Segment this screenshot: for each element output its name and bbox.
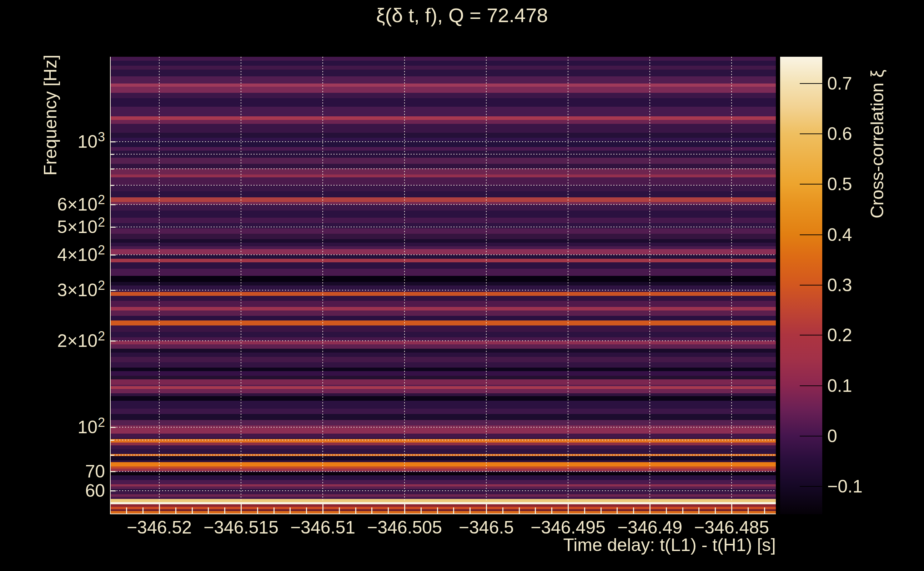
y-gridline — [111, 341, 776, 341]
x-tick-minor — [633, 508, 634, 514]
y-tick — [111, 471, 116, 472]
x-tick-major — [322, 504, 323, 514]
heatmap-stripe — [111, 307, 776, 310]
heatmap-stripe — [111, 223, 776, 228]
y-tick-label: 60 — [0, 481, 105, 501]
x-tick-minor — [306, 508, 307, 514]
colorbar-tick — [800, 486, 822, 487]
y-tick — [111, 341, 116, 341]
heatmap-stripe — [111, 321, 776, 326]
heatmap-stripe — [111, 409, 776, 414]
y-gridline — [111, 168, 776, 169]
y-gridline — [111, 490, 776, 491]
heatmap-stripe — [111, 434, 776, 438]
y-tick-label: 103 — [0, 132, 105, 152]
colorbar-tick — [800, 436, 822, 437]
heatmap-stripe — [111, 341, 776, 344]
x-gridline — [241, 57, 241, 514]
x-tick-minor — [208, 508, 209, 514]
y-tick — [111, 227, 116, 228]
y-gridline — [111, 455, 776, 455]
heatmap-stripe — [111, 349, 776, 353]
x-tick-minor — [175, 508, 176, 514]
heatmap-stripe — [111, 353, 776, 357]
heatmap-stripe — [111, 168, 776, 174]
heatmap-stripe — [111, 310, 776, 316]
heatmap-stripe — [111, 249, 776, 255]
y-gridline — [111, 471, 776, 472]
heatmap-stripe — [111, 472, 776, 475]
colorbar-tick-label: 0 — [827, 426, 924, 446]
heatmap-stripe — [111, 449, 776, 454]
y-tick-label: 6×102 — [0, 194, 105, 215]
heatmap-stripe — [111, 93, 776, 98]
heatmap-stripe — [111, 296, 776, 301]
heatmap-stripe — [111, 475, 776, 480]
y-tick-label-exponent: 2 — [98, 215, 105, 230]
x-tick-minor — [192, 508, 193, 514]
heatmap-stripe — [111, 158, 776, 164]
y-tick-label-exponent: 2 — [98, 278, 105, 293]
heatmap-stripe — [111, 371, 776, 376]
heatmap-stripe — [111, 486, 776, 489]
y-tick-label-exponent: 3 — [98, 130, 105, 144]
x-tick-minor — [257, 508, 258, 514]
y-gridline — [111, 427, 776, 427]
colorbar-tick-label: 0.6 — [827, 124, 924, 144]
heatmap-stripe — [111, 427, 776, 434]
heatmap-stripe — [111, 107, 776, 116]
colorbar-tick — [800, 285, 822, 286]
colorbar — [780, 57, 822, 514]
y-gridline — [111, 290, 776, 290]
y-tick — [111, 168, 114, 170]
x-tick-minor — [388, 508, 389, 514]
heatmap-stripe — [111, 120, 776, 124]
heatmap-stripe — [111, 316, 776, 321]
x-tick-minor — [355, 508, 356, 514]
heatmap-stripe — [111, 243, 776, 246]
heatmap-stripe — [111, 344, 776, 349]
heatmap-stripe — [111, 191, 776, 198]
figure-canvas: ξ(δ t, f), Q = 72.478 Frequency [Hz] Tim… — [0, 0, 924, 571]
x-tick-minor — [290, 508, 290, 514]
colorbar-tick-label: 0.3 — [827, 275, 924, 295]
heatmap-stripe — [111, 332, 776, 337]
heatmap-stripe — [111, 326, 776, 332]
heatmap-stripe — [111, 177, 776, 185]
y-tick-label: 5×102 — [0, 217, 105, 237]
heatmap-stripe — [111, 204, 776, 211]
heatmap-stripe — [111, 386, 776, 389]
figure-title: ξ(δ t, f), Q = 72.478 — [0, 3, 924, 27]
x-tick-label: −346.505 — [358, 517, 451, 537]
heatmap-stripe — [111, 380, 776, 385]
heatmap-stripe — [111, 76, 776, 83]
x-tick-minor — [420, 508, 422, 514]
heatmap-plot — [110, 57, 776, 514]
heatmap-stripe — [111, 292, 776, 296]
heatmap-stripe — [111, 376, 776, 380]
x-tick-minor — [715, 508, 716, 514]
y-gridline — [111, 227, 776, 227]
x-tick-major — [731, 504, 732, 514]
heatmap-stripe — [111, 87, 776, 93]
colorbar-tick — [800, 184, 822, 185]
y-gridline — [111, 255, 776, 255]
colorbar-tick-label: 0.1 — [827, 376, 924, 396]
x-tick-label: −346.495 — [522, 517, 615, 537]
heatmap-stripe — [111, 174, 776, 177]
heatmap-stripe — [111, 445, 776, 449]
heatmap-stripe — [111, 443, 776, 445]
x-tick-minor — [142, 508, 144, 514]
x-tick-minor — [698, 508, 700, 514]
heatmap-stripe — [111, 66, 776, 69]
heatmap-stripe — [111, 116, 776, 120]
heatmap-stripe — [111, 420, 776, 425]
heatmap-stripe — [111, 469, 776, 471]
colorbar-tick — [800, 83, 822, 84]
x-tick-minor — [748, 508, 749, 514]
heatmap-stripe — [111, 507, 776, 509]
x-gridline — [322, 57, 323, 514]
colorbar-tick — [800, 133, 822, 134]
y-tick — [111, 440, 114, 441]
x-tick-label: −346.49 — [603, 517, 696, 537]
